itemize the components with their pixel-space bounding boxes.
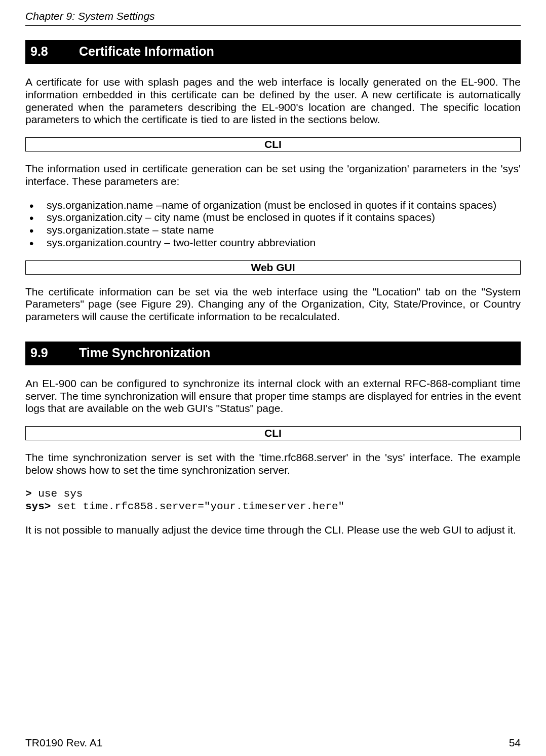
section1-intro: A certificate for use with splash pages … (25, 76, 521, 126)
cli-intro-1: The information used in certificate gene… (25, 163, 521, 188)
cli-note: It is not possible to manually adjust th… (25, 524, 521, 537)
code-prompt: > (25, 488, 32, 500)
header-divider (25, 25, 521, 26)
section-heading-timesync: 9.9 Time Synchronization (25, 342, 521, 365)
code-example: > use sys sys> set time.rfc858.server="y… (25, 488, 521, 513)
webgui-heading: Web GUI (25, 260, 521, 275)
footer-revision: TR0190 Rev. A1 (25, 737, 103, 749)
list-item: sys.organization.city – city name (must … (25, 211, 521, 224)
page-footer: TR0190 Rev. A1 54 (25, 737, 521, 749)
chapter-header: Chapter 9: System Settings (25, 10, 521, 22)
code-prompt: sys> (25, 501, 51, 512)
code-line: > use sys (25, 488, 521, 501)
section-title: Time Synchronization (79, 346, 210, 360)
code-command: set time.rfc858.server="your.timeserver.… (51, 501, 344, 512)
footer-page-number: 54 (509, 737, 521, 749)
cli-heading-2: CLI (25, 426, 521, 440)
code-line: sys> set time.rfc858.server="your.timese… (25, 501, 521, 513)
code-command: use sys (32, 488, 83, 500)
list-item: sys.organization.state – state name (25, 224, 521, 237)
organization-params-list: sys.organization.name –name of organizat… (25, 199, 521, 249)
list-item: sys.organization.country – two-letter co… (25, 237, 521, 249)
cli-intro-2: The time synchronization server is set w… (25, 451, 521, 477)
section-number: 9.9 (30, 346, 79, 360)
cli-heading-1: CLI (25, 137, 521, 152)
list-item: sys.organization.name –name of organizat… (25, 199, 521, 212)
webgui-text: The certificate information can be set v… (25, 286, 521, 323)
section2-intro: An EL-900 can be configured to synchroni… (25, 377, 521, 415)
section-number: 9.8 (30, 44, 79, 59)
section-title: Certificate Information (79, 44, 214, 59)
section-heading-certificate: 9.8 Certificate Information (25, 40, 521, 64)
